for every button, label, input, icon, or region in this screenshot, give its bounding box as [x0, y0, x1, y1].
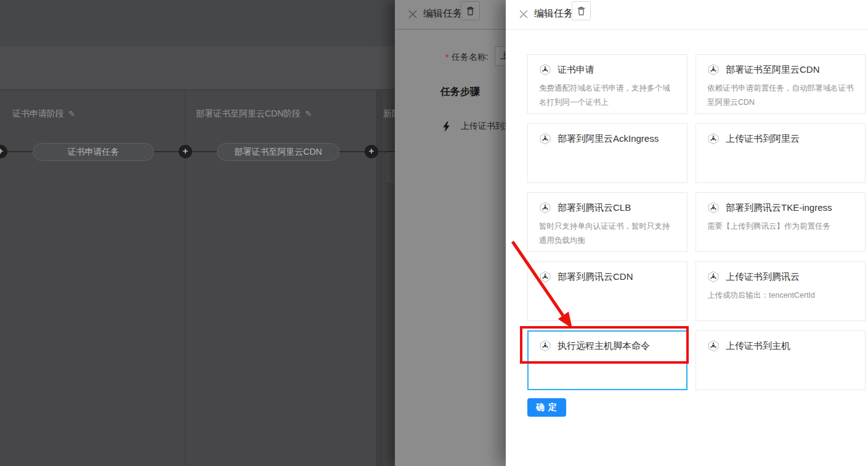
card-title: 上传证书到阿里云: [726, 133, 800, 145]
task-card-upload-host[interactable]: 上传证书到主机: [696, 330, 866, 390]
close-icon[interactable]: [408, 10, 417, 18]
mid-drawer-header: 编辑任务: [395, 0, 506, 30]
hexagon-task-icon: [707, 202, 720, 214]
task-pill-1-label: 证书申请任务: [68, 147, 120, 158]
trash-icon: [466, 6, 475, 16]
task-step-label: 上传证书到主机: [461, 121, 506, 132]
stage-title-1-text: 证书申请阶段: [12, 108, 64, 118]
add-stage-button-mid-1[interactable]: +: [179, 145, 192, 158]
edit-task-drawer-background: 编辑任务 * 任务名称: 任务步骤 上传证书到主机: [395, 0, 506, 466]
trash-icon: [577, 6, 586, 16]
card-desc: 依赖证书申请前置任务，自动部署域名证书至阿里云CDN: [707, 81, 854, 109]
card-title: 上传证书到腾讯云: [726, 271, 800, 283]
card-title: 部署到腾讯云CDN: [558, 271, 633, 283]
card-title: 部署到腾讯云CLB: [558, 202, 631, 214]
edit-task-drawer: 编辑任务 证书申请 免费通配符域名证书申请，支持多个域名打到同一个证书上 部署证…: [506, 0, 868, 466]
task-steps-heading: 任务步骤: [440, 86, 480, 99]
task-card-upload-tencent[interactable]: 上传证书到腾讯云 上传成功后输出：tencentCertId: [696, 261, 866, 321]
lightning-icon: [442, 121, 450, 132]
task-type-grid: 证书申请 免费通配符域名证书申请，支持多个域名打到同一个证书上 部署证书至阿里云…: [527, 54, 866, 390]
close-icon[interactable]: [519, 10, 528, 18]
screenshot-canvas: 证书申请阶段✎ 部署证书至阿里云CDN阶段✎ 新阶段 + 证书申请任务 + 部署…: [0, 0, 868, 466]
task-pill-1[interactable]: 证书申请任务: [33, 143, 154, 161]
required-mark: *: [445, 52, 448, 62]
delete-task-button[interactable]: [461, 1, 480, 20]
card-title: 部署证书至阿里云CDN: [726, 64, 820, 76]
task-card-deploy-aliyun-cdn[interactable]: 部署证书至阿里云CDN 依赖证书申请前置任务，自动部署域名证书至阿里云CDN: [696, 54, 866, 114]
hexagon-task-icon: [707, 133, 720, 145]
task-name-input[interactable]: [495, 46, 506, 66]
edit-stage-icon[interactable]: ✎: [68, 109, 75, 118]
hexagon-task-icon: [539, 133, 551, 145]
stage-title-2-text: 部署证书至阿里云CDN阶段: [196, 108, 301, 118]
task-card-deploy-aliyun-ackingress[interactable]: 部署到阿里云AckIngress: [527, 123, 688, 183]
task-card-exec-remote-script[interactable]: 执行远程主机脚本命令: [527, 330, 688, 390]
confirm-button[interactable]: 确 定: [527, 398, 566, 417]
mid-drawer-title: 编辑任务: [423, 7, 463, 20]
stage-title-2: 部署证书至阿里云CDN阶段✎: [196, 108, 312, 120]
add-stage-button-mid-2[interactable]: +: [365, 145, 378, 158]
hexagon-task-icon: [707, 271, 720, 283]
drawer-title: 编辑任务: [534, 7, 574, 20]
task-card-cert-apply[interactable]: 证书申请 免费通配符域名证书申请，支持多个域名打到同一个证书上: [527, 54, 688, 114]
task-name-label: 任务名称:: [452, 52, 489, 63]
card-desc: 上传成功后输出：tencentCertId: [707, 288, 854, 303]
hexagon-task-icon: [707, 340, 720, 352]
card-title: 上传证书到主机: [726, 340, 790, 352]
task-card-deploy-tencent-tke-ingress[interactable]: 部署到腾讯云TKE-ingress 需要【上传到腾讯云】作为前置任务: [696, 192, 866, 252]
hexagon-task-icon: [539, 340, 551, 352]
stage-title-1: 证书申请阶段✎: [12, 108, 75, 120]
card-desc: 需要【上传到腾讯云】作为前置任务: [707, 219, 854, 234]
card-title: 执行远程主机脚本命令: [558, 340, 650, 352]
task-step-item[interactable]: 上传证书到主机: [442, 121, 506, 132]
card-title: 证书申请: [558, 64, 594, 76]
task-pill-2-label: 部署证书至阿里云CDN: [234, 147, 322, 158]
delete-task-button[interactable]: [572, 1, 591, 20]
card-desc: 暂时只支持单向认证证书，暂时只支持通用负载均衡: [539, 219, 676, 247]
card-title: 部署到腾讯云TKE-ingress: [726, 202, 832, 214]
hexagon-task-icon: [539, 63, 551, 76]
hexagon-task-icon: [539, 202, 551, 214]
task-card-deploy-tencent-clb[interactable]: 部署到腾讯云CLB 暂时只支持单向认证证书，暂时只支持通用负载均衡: [527, 192, 688, 252]
card-title: 部署到阿里云AckIngress: [558, 133, 659, 145]
task-card-deploy-tencent-cdn[interactable]: 部署到腾讯云CDN: [527, 261, 688, 321]
hexagon-task-icon: [707, 63, 720, 76]
drawer-header: 编辑任务: [506, 0, 868, 30]
hexagon-task-icon: [539, 271, 551, 283]
task-card-upload-aliyun[interactable]: 上传证书到阿里云: [696, 123, 866, 183]
task-pill-2[interactable]: 部署证书至阿里云CDN: [217, 143, 339, 161]
edit-stage-icon[interactable]: ✎: [305, 109, 312, 118]
card-desc: 免费通配符域名证书申请，支持多个域名打到同一个证书上: [539, 81, 676, 109]
